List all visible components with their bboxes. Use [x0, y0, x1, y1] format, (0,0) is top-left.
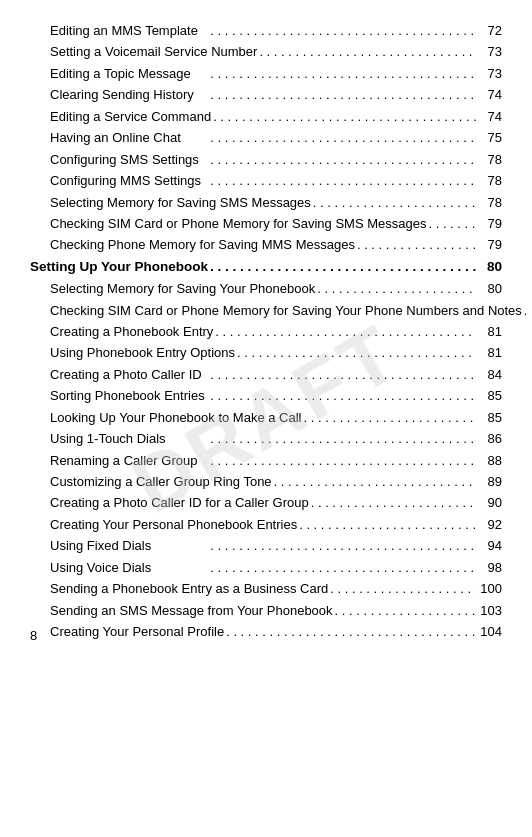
- entry-dots: . . . . . . . . . . . . . . . . . . . . …: [181, 127, 476, 148]
- entry-title-text: Setting Up Your Phonebook: [30, 256, 208, 278]
- entry-page: 90: [476, 492, 502, 513]
- entry-title-text: Looking Up Your Phonebook to Make a Call: [50, 407, 302, 428]
- entry-title-text: Using Voice Dials: [50, 557, 151, 578]
- entry-page: 72: [476, 20, 502, 41]
- entry-dots: . . . . . . . . . . . . . . . . . . . . …: [194, 84, 476, 105]
- entry-page: 78: [476, 192, 502, 213]
- entry-dots: . . . . . . . . . . . . . . . . . . . . …: [224, 621, 476, 642]
- entry-title-text: Checking SIM Card or Phone Memory for Sa…: [50, 300, 522, 321]
- entry-page: 74: [476, 84, 502, 105]
- entry-page: 103: [476, 600, 502, 621]
- entry-dots: . . . . . . . . . . . . . . . . . . . . …: [297, 514, 476, 535]
- entry-page: 94: [476, 535, 502, 556]
- entry-title-text: Customizing a Caller Group Ring Tone: [50, 471, 272, 492]
- entry-title-text: Creating a Photo Caller ID for a Caller …: [50, 492, 309, 513]
- entry-page: 78: [476, 149, 502, 170]
- toc-entry: Sorting Phonebook Entries . . . . . . . …: [30, 385, 502, 406]
- entry-dots: . . . . . . . . . . . . . . . . . . . . …: [208, 256, 476, 278]
- entry-title-text: Having an Online Chat: [50, 127, 181, 148]
- entry-title-text: Editing a Topic Message: [50, 63, 191, 84]
- entry-title-text: Creating a Photo Caller ID: [50, 364, 202, 385]
- toc-entry: Checking SIM Card or Phone Memory for Sa…: [30, 213, 502, 234]
- entry-dots: . . . . . . . . . . . . . . . . . . . . …: [272, 471, 476, 492]
- entry-dots: . . . . . . . . . . . . . . . . . . . . …: [191, 63, 476, 84]
- entry-title-text: Selecting Memory for Saving Your Phonebo…: [50, 278, 315, 299]
- entry-page: 73: [476, 41, 502, 62]
- toc-entry: Using 1-Touch Dials . . . . . . . . . . …: [30, 428, 502, 449]
- entry-page: 89: [476, 471, 502, 492]
- entry-page: 79: [476, 234, 502, 255]
- entry-page: 85: [476, 407, 502, 428]
- entry-title-text: Using Phonebook Entry Options: [50, 342, 235, 363]
- entry-dots: . . . . . . . . . . . . . . . . . . . . …: [257, 41, 476, 62]
- toc-entry: Using Phonebook Entry Options . . . . . …: [30, 342, 502, 363]
- toc-entry: Sending a Phonebook Entry as a Business …: [30, 578, 502, 599]
- entry-title-text: Editing a Service Command: [50, 106, 211, 127]
- entry-title-text: Creating Your Personal Profile: [50, 621, 224, 642]
- entry-dots: . . . . . . . . . . . . . . . . . . . . …: [197, 450, 476, 471]
- entry-page: 85: [476, 385, 502, 406]
- entry-title-text: Using 1-Touch Dials: [50, 428, 166, 449]
- toc-entry: Looking Up Your Phonebook to Make a Call…: [30, 407, 502, 428]
- entry-dots: . . . . . . . . . . . . . . . . . . . . …: [198, 20, 476, 41]
- entry-dots: . . . . . . . . . . . . . . . . . . . . …: [311, 192, 476, 213]
- toc-entry: Editing an MMS Template . . . . . . . . …: [30, 20, 502, 41]
- toc-entry: Checking SIM Card or Phone Memory for Sa…: [30, 300, 502, 321]
- entry-page: 84: [476, 364, 502, 385]
- toc-entry: Setting Up Your Phonebook . . . . . . . …: [30, 256, 502, 278]
- entry-dots: . . . . . . . . . . . . . . . . . . . . …: [328, 578, 476, 599]
- entry-dots: . . . . . . . . . . . . . . . . . . . . …: [309, 492, 476, 513]
- entry-title-text: Renaming a Caller Group: [50, 450, 197, 471]
- entry-title-text: Creating a Phonebook Entry: [50, 321, 213, 342]
- toc-entry: Selecting Memory for Saving Your Phonebo…: [30, 278, 502, 299]
- entry-page: 80: [476, 256, 502, 278]
- entry-title-text: Creating Your Personal Phonebook Entries: [50, 514, 297, 535]
- toc-entry: Editing a Topic Message . . . . . . . . …: [30, 63, 502, 84]
- entry-page: 79: [476, 213, 502, 234]
- toc-entry: Checking Phone Memory for Saving MMS Mes…: [30, 234, 502, 255]
- entry-page: 74: [476, 106, 502, 127]
- entry-title-text: Clearing Sending History: [50, 84, 194, 105]
- entry-title-text: Editing an MMS Template: [50, 20, 198, 41]
- toc-entry: Using Fixed Dials . . . . . . . . . . . …: [30, 535, 502, 556]
- toc-entry: Using Voice Dials . . . . . . . . . . . …: [30, 557, 502, 578]
- entry-dots: . . . . . . . . . . . . . . . . . . . . …: [199, 149, 476, 170]
- entry-dots: . . . . . . . . . . . . . . . . . . . . …: [202, 364, 476, 385]
- toc-entry: Customizing a Caller Group Ring Tone . .…: [30, 471, 502, 492]
- entry-dots: . . . . . . . . . . . . . . . . . . . . …: [235, 342, 476, 363]
- entry-dots: . . . . . . . . . . . . . . . . . . . . …: [205, 385, 476, 406]
- toc-entry: Clearing Sending History . . . . . . . .…: [30, 84, 502, 105]
- entry-dots: . . . . . . . . . . . . . . . . . . . . …: [201, 170, 476, 191]
- entry-page: 104: [476, 621, 502, 642]
- entry-dots: . . . . . . . . . . . . . . . . . . . . …: [151, 557, 476, 578]
- entry-page: 73: [476, 63, 502, 84]
- entry-dots: . . . . . . . . . . . . . . . . . . . . …: [333, 600, 476, 621]
- entry-title-text: Sorting Phonebook Entries: [50, 385, 205, 406]
- toc-entry: Having an Online Chat . . . . . . . . . …: [30, 127, 502, 148]
- entry-page: 81: [476, 342, 502, 363]
- entry-title-text: Sending an SMS Message from Your Phonebo…: [50, 600, 333, 621]
- entry-title-text: Sending a Phonebook Entry as a Business …: [50, 578, 328, 599]
- entry-dots: . . . . . . . . . . . . . . . . . . . . …: [355, 234, 476, 255]
- entry-dots: . . . . . . . . . . . . . . . . . . . . …: [151, 535, 476, 556]
- entry-title-text: Configuring MMS Settings: [50, 170, 201, 191]
- toc-entry: Creating a Photo Caller ID . . . . . . .…: [30, 364, 502, 385]
- entry-title-text: Configuring SMS Settings: [50, 149, 199, 170]
- entry-dots: . . . . . . . . . . . . . . . . . . . . …: [213, 321, 476, 342]
- entry-page: 80: [476, 278, 502, 299]
- toc-entry: Selecting Memory for Saving SMS Messages…: [30, 192, 502, 213]
- toc-entry: Creating a Photo Caller ID for a Caller …: [30, 492, 502, 513]
- entry-page: 92: [476, 514, 502, 535]
- entry-title-text: Checking SIM Card or Phone Memory for Sa…: [50, 213, 426, 234]
- toc-entry: Sending an SMS Message from Your Phonebo…: [30, 600, 502, 621]
- entry-page: 88: [476, 450, 502, 471]
- entry-page: 98: [476, 557, 502, 578]
- entry-dots: . . . . . . . . . . . . . . . . . . . . …: [211, 106, 476, 127]
- entry-page: 75: [476, 127, 502, 148]
- entry-title-text: Setting a Voicemail Service Number: [50, 41, 257, 62]
- toc-entry: Setting a Voicemail Service Number . . .…: [30, 41, 502, 62]
- toc-entry: Renaming a Caller Group . . . . . . . . …: [30, 450, 502, 471]
- page-number: 8: [30, 628, 37, 643]
- entry-dots: . . . . . . . . . . . . . . . . . . . . …: [426, 213, 476, 234]
- toc-entry: Creating a Phonebook Entry . . . . . . .…: [30, 321, 502, 342]
